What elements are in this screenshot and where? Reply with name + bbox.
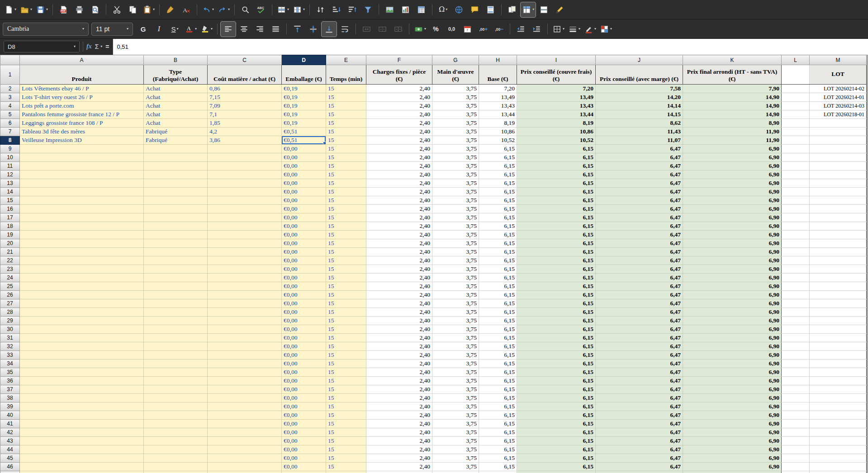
cell-E47[interactable]: 15 bbox=[326, 471, 366, 473]
cell-I28[interactable]: 6,15 bbox=[517, 308, 596, 317]
cell-L41[interactable] bbox=[782, 420, 810, 428]
cell-A29[interactable] bbox=[20, 317, 144, 325]
cell-C24[interactable] bbox=[208, 274, 282, 282]
cell-J22[interactable]: 6,47 bbox=[596, 256, 683, 265]
cell-H32[interactable]: 6,15 bbox=[479, 342, 517, 351]
cell-B26[interactable] bbox=[144, 291, 208, 299]
cell-E14[interactable]: 15 bbox=[326, 188, 366, 196]
cell-K22[interactable]: 6,90 bbox=[683, 256, 782, 265]
cell-K36[interactable]: 6,90 bbox=[683, 377, 782, 385]
row-header-29[interactable]: 29 bbox=[0, 317, 20, 325]
cell-J37[interactable]: 6,47 bbox=[596, 385, 683, 394]
cell-J13[interactable]: 6,47 bbox=[596, 179, 683, 188]
row-header-24[interactable]: 24 bbox=[0, 274, 20, 282]
cell-A22[interactable] bbox=[20, 256, 144, 265]
cell-E23[interactable]: 15 bbox=[326, 265, 366, 274]
row-header-8[interactable]: 8 bbox=[0, 136, 20, 145]
open-button[interactable]: ▾ bbox=[19, 2, 33, 17]
cell-B30[interactable] bbox=[144, 325, 208, 334]
cell-G43[interactable]: 3,75 bbox=[432, 437, 479, 445]
row-header-7[interactable]: 7 bbox=[0, 128, 20, 136]
cell-H35[interactable]: 6,15 bbox=[479, 368, 517, 377]
cell-I24[interactable]: 6,15 bbox=[517, 274, 596, 282]
cell-B5[interactable]: Achat bbox=[144, 110, 208, 119]
cell-L25[interactable] bbox=[782, 282, 810, 291]
cell-C3[interactable]: 7,15 bbox=[208, 93, 282, 102]
cell-K42[interactable]: 6,90 bbox=[683, 428, 782, 437]
cell-F17[interactable]: 2,40 bbox=[366, 213, 432, 222]
cell-E31[interactable]: 15 bbox=[326, 334, 366, 342]
cell-H11[interactable]: 6,15 bbox=[479, 162, 517, 170]
cell-J43[interactable]: 6,47 bbox=[596, 437, 683, 445]
cell-H47[interactable]: 6,15 bbox=[479, 471, 517, 473]
clone-formatting-button[interactable] bbox=[163, 2, 178, 17]
cell-A37[interactable] bbox=[20, 385, 144, 394]
cell-C20[interactable] bbox=[208, 239, 282, 248]
cell-J15[interactable]: 6,47 bbox=[596, 196, 683, 205]
cell-G38[interactable]: 3,75 bbox=[432, 394, 479, 402]
cell-F21[interactable]: 2,40 bbox=[366, 248, 432, 256]
row-header-11[interactable]: 11 bbox=[0, 162, 20, 170]
cell-K35[interactable]: 6,90 bbox=[683, 368, 782, 377]
row-header-47[interactable]: 47 bbox=[0, 471, 20, 473]
sort-button[interactable] bbox=[313, 2, 328, 17]
cell-D2[interactable]: €0,19 bbox=[282, 85, 326, 93]
cell-D10[interactable]: €0,00 bbox=[282, 153, 326, 162]
cell-I3[interactable]: 13,49 bbox=[517, 93, 596, 102]
cell-D9[interactable]: €0,00 bbox=[282, 145, 326, 153]
cell-C36[interactable] bbox=[208, 377, 282, 385]
cell-H26[interactable]: 6,15 bbox=[479, 291, 517, 299]
cell-G26[interactable]: 3,75 bbox=[432, 291, 479, 299]
cell-L29[interactable] bbox=[782, 317, 810, 325]
cell-M38[interactable] bbox=[810, 394, 867, 402]
cell-I4[interactable]: 13,43 bbox=[517, 102, 596, 110]
cell-C30[interactable] bbox=[208, 325, 282, 334]
cell-L5[interactable] bbox=[782, 110, 810, 119]
cell-E18[interactable]: 15 bbox=[326, 222, 366, 231]
cell-L12[interactable] bbox=[782, 170, 810, 179]
cell-J12[interactable]: 6,47 bbox=[596, 170, 683, 179]
cell-B36[interactable] bbox=[144, 377, 208, 385]
cell-C43[interactable] bbox=[208, 437, 282, 445]
cell-F30[interactable]: 2,40 bbox=[366, 325, 432, 334]
cell-I21[interactable]: 6,15 bbox=[517, 248, 596, 256]
cell-I1[interactable]: Prix conseillé (couvre frais) (€) bbox=[517, 65, 596, 85]
cell-C28[interactable] bbox=[208, 308, 282, 317]
cell-L16[interactable] bbox=[782, 205, 810, 213]
cell-J21[interactable]: 6,47 bbox=[596, 248, 683, 256]
cell-G7[interactable]: 3,75 bbox=[432, 128, 479, 136]
cell-C42[interactable] bbox=[208, 428, 282, 437]
cell-A14[interactable] bbox=[20, 188, 144, 196]
cell-I35[interactable]: 6,15 bbox=[517, 368, 596, 377]
cell-M47[interactable] bbox=[810, 471, 867, 473]
cell-D25[interactable]: €0,00 bbox=[282, 282, 326, 291]
cell-J25[interactable]: 6,47 bbox=[596, 282, 683, 291]
cell-D41[interactable]: €0,00 bbox=[282, 420, 326, 428]
cell-A2[interactable]: Lots Vêtements ebay 46 / P bbox=[20, 85, 144, 93]
cell-J26[interactable]: 6,47 bbox=[596, 291, 683, 299]
cell-D5[interactable]: €0,19 bbox=[282, 110, 326, 119]
cell-J34[interactable]: 6,47 bbox=[596, 359, 683, 368]
cell-H46[interactable]: 6,15 bbox=[479, 463, 517, 471]
cell-A47[interactable] bbox=[20, 471, 144, 473]
cell-H1[interactable]: Base (€) bbox=[479, 65, 517, 85]
cell-M32[interactable] bbox=[810, 342, 867, 351]
cell-J39[interactable]: 6,47 bbox=[596, 402, 683, 411]
cell-J20[interactable]: 6,47 bbox=[596, 239, 683, 248]
cell-E43[interactable]: 15 bbox=[326, 437, 366, 445]
row-header-35[interactable]: 35 bbox=[0, 368, 20, 377]
cell-E16[interactable]: 15 bbox=[326, 205, 366, 213]
font-name-select[interactable]: Cambria▾ bbox=[3, 23, 89, 36]
cell-B16[interactable] bbox=[144, 205, 208, 213]
cell-M26[interactable] bbox=[810, 291, 867, 299]
cell-J19[interactable]: 6,47 bbox=[596, 231, 683, 239]
cell-M36[interactable] bbox=[810, 377, 867, 385]
cell-I45[interactable]: 6,15 bbox=[517, 454, 596, 463]
cell-C34[interactable] bbox=[208, 359, 282, 368]
cell-F41[interactable]: 2,40 bbox=[366, 420, 432, 428]
cell-J30[interactable]: 6,47 bbox=[596, 325, 683, 334]
cell-A27[interactable] bbox=[20, 299, 144, 308]
cell-B6[interactable]: Achat bbox=[144, 119, 208, 128]
cell-B29[interactable] bbox=[144, 317, 208, 325]
align-left-button[interactable] bbox=[221, 22, 236, 37]
